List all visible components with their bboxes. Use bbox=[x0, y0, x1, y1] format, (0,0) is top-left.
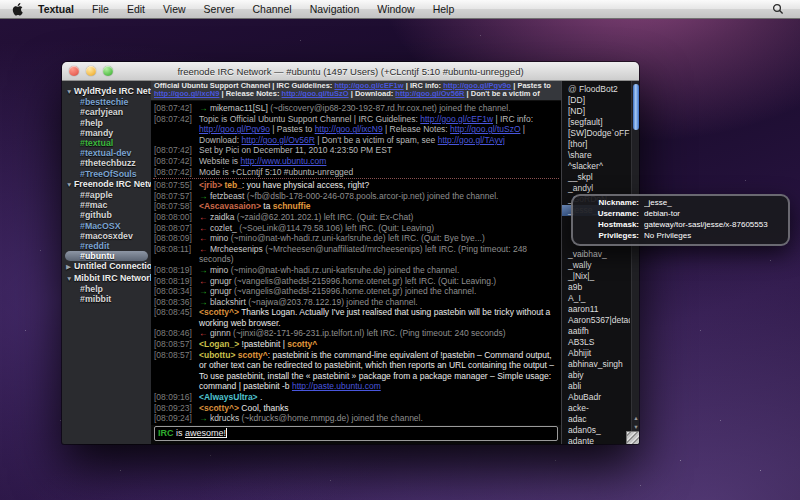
userlist-item[interactable]: abli bbox=[562, 381, 630, 392]
link[interactable]: http://goo.gl/cEF1w bbox=[420, 114, 493, 124]
userlist-item[interactable]: [thor] bbox=[562, 139, 630, 150]
input-bar: IRC is awesome! bbox=[151, 425, 561, 444]
userlist-item[interactable]: _wally bbox=[562, 260, 630, 271]
userlist-item[interactable]: ^slacker^ bbox=[562, 161, 630, 172]
userlist-item[interactable]: abhinav_singh bbox=[562, 359, 630, 370]
link[interactable]: http://goo.gl/tuSzO bbox=[282, 89, 349, 98]
apple-menu-icon[interactable] bbox=[12, 3, 23, 16]
nickname: AB3LS bbox=[568, 337, 594, 347]
sidebar-group-mibbit-irc-network[interactable]: ▼Mibbit IRC Network bbox=[62, 273, 151, 284]
chat-message: [08:08:19]← gnugr (~vangelis@athedsl-215… bbox=[151, 276, 561, 287]
userlist-item[interactable]: acke- bbox=[562, 403, 630, 414]
userlist-item[interactable]: __skpl bbox=[562, 172, 630, 183]
sidebar-channel-MacOSX[interactable]: #MacOSX bbox=[62, 221, 151, 231]
sidebar-channel-github[interactable]: #github bbox=[62, 210, 151, 220]
disclosure-triangle-icon[interactable]: ▼ bbox=[66, 274, 74, 284]
userlist-item[interactable]: [ND] bbox=[562, 106, 630, 117]
sidebar-channel-TreeOfSouls[interactable]: #TreeOfSouls bbox=[62, 169, 151, 179]
userlist-item[interactable]: aatifh bbox=[562, 326, 630, 337]
sidebar-channel-mibbit[interactable]: #mibbit bbox=[62, 294, 151, 304]
link[interactable]: http://goo.gl/TAyvj bbox=[438, 135, 505, 145]
message-body: <Logan_> !pastebinit | scotty^ bbox=[199, 339, 561, 350]
userlist-item[interactable]: Abhijit bbox=[562, 348, 630, 359]
chat-message: [08:09:24]→ kdrucks (~kdrucks@home.mmpg.… bbox=[151, 413, 561, 424]
menu-navigation[interactable]: Navigation bbox=[301, 3, 369, 15]
scrollbar-thumb[interactable] bbox=[633, 84, 639, 130]
sidebar-channel-carlyjean[interactable]: #carlyjean bbox=[62, 107, 151, 117]
text-segment: schnuffie bbox=[273, 201, 311, 211]
sidebar-channel-thetechbuzz[interactable]: #thetechbuzz bbox=[62, 158, 151, 168]
userlist-scrollbar[interactable]: ▲ ▼ bbox=[631, 81, 639, 444]
disclosure-triangle-icon[interactable]: ▼ bbox=[66, 180, 74, 190]
menu-textual[interactable]: Textual bbox=[29, 3, 83, 15]
text-segment: Cool, thanks bbox=[239, 403, 289, 413]
text-segment: (~kdrucks@home.mmpg.de) joined the chann… bbox=[242, 413, 423, 423]
chat-message: [08:09:16]<AlwaysUltra> . bbox=[151, 392, 561, 403]
sidebar-channel-macosxdev[interactable]: #macosxdev bbox=[62, 231, 151, 241]
scrollbar-down-arrow[interactable]: ▼ bbox=[632, 423, 639, 431]
window-title-bar[interactable]: freenode IRC Network — #ubuntu (1497 Use… bbox=[62, 62, 639, 81]
sidebar-group-wyldryde-irc-network[interactable]: ▼WyldRyde IRC Network bbox=[62, 86, 151, 97]
message-input[interactable]: IRC is awesome! bbox=[154, 426, 558, 441]
userlist-item[interactable]: _andyl bbox=[562, 183, 630, 194]
link[interactable]: http://goo.gl/ixcN9 bbox=[315, 124, 383, 134]
userlist-item[interactable]: [DD] bbox=[562, 95, 630, 106]
userlist-item[interactable]: _vaibhav_ bbox=[562, 249, 630, 260]
link[interactable]: http://paste.ubuntu.com bbox=[292, 381, 381, 391]
link[interactable]: http://goo.gl/Pgv9o bbox=[199, 124, 270, 134]
userlist-item[interactable]: A_I_ bbox=[562, 293, 630, 304]
sidebar-channel-help[interactable]: #help bbox=[62, 284, 151, 294]
userlist-item[interactable]: adan0s_ bbox=[562, 425, 630, 436]
sidebar-group-freenode-irc-network[interactable]: ▼Freenode IRC Network bbox=[62, 179, 151, 190]
nickname: adante bbox=[568, 436, 594, 444]
user-list-panel: @ FloodBot2[DD][ND][segfault][SW]Dodge`o… bbox=[561, 81, 639, 444]
menu-view[interactable]: View bbox=[154, 3, 195, 15]
userlist-item[interactable]: adante bbox=[562, 436, 630, 444]
userlist-item[interactable]: _|Nix|_ bbox=[562, 271, 630, 282]
nickname: _wally bbox=[568, 260, 592, 270]
disclosure-triangle-icon[interactable]: ▼ bbox=[66, 87, 74, 97]
spotlight-search-icon[interactable] bbox=[772, 3, 790, 15]
text-segment: <jrib> bbox=[199, 180, 222, 190]
sidebar-channel-reddit[interactable]: #reddit bbox=[62, 241, 151, 251]
userlist-item[interactable]: AbuBadr bbox=[562, 392, 630, 403]
sidebar-channel-mandy[interactable]: #mandy bbox=[62, 128, 151, 138]
menu-file[interactable]: File bbox=[83, 3, 118, 15]
userlist-item[interactable]: @ FloodBot2 bbox=[562, 84, 630, 95]
sidebar-group-label: Freenode IRC Network bbox=[74, 179, 151, 189]
link[interactable]: http://goo.gl/Ov56R bbox=[395, 89, 464, 98]
link[interactable]: http://goo.gl/tuSzO bbox=[450, 124, 520, 134]
chat-message: [08:08:34]→ gnugr (~vangelis@athedsl-215… bbox=[151, 286, 561, 297]
userlist-item[interactable]: adac bbox=[562, 414, 630, 425]
sidebar-channel-apple[interactable]: ##apple bbox=[62, 190, 151, 200]
nickname: _|Nix|_ bbox=[568, 271, 594, 281]
scrollbar-up-arrow[interactable]: ▲ bbox=[632, 414, 639, 422]
sidebar-channel-mac[interactable]: ##mac bbox=[62, 200, 151, 210]
userlist-item[interactable]: aaron11 bbox=[562, 304, 630, 315]
sidebar-channel-besttechie[interactable]: #besttechie bbox=[62, 97, 151, 107]
sidebar-group-untitled-connection[interactable]: ▶Untitled Connection bbox=[62, 261, 151, 272]
sidebar-channel-textual-dev[interactable]: #textual-dev bbox=[62, 148, 151, 158]
userlist-item[interactable]: abiy bbox=[562, 370, 630, 381]
link[interactable]: http://goo.gl/Ov56R bbox=[242, 135, 315, 145]
userlist-item[interactable]: [SW]Dodge`oFF bbox=[562, 128, 630, 139]
userlist-item[interactable]: \share bbox=[562, 150, 630, 161]
userlist-item[interactable]: AB3LS bbox=[562, 337, 630, 348]
menu-channel[interactable]: Channel bbox=[244, 3, 301, 15]
disclosure-triangle-icon[interactable]: ▶ bbox=[66, 262, 74, 272]
text-segment: (~jinxi@82-171-96-231.ip.telfort.nl) lef… bbox=[233, 328, 506, 338]
text-segment: zaidka bbox=[210, 212, 237, 222]
menu-edit[interactable]: Edit bbox=[118, 3, 154, 15]
userlist-item[interactable]: a9b bbox=[562, 282, 630, 293]
link[interactable]: http://www.ubuntu.com bbox=[240, 156, 326, 166]
menu-window[interactable]: Window bbox=[368, 3, 423, 15]
sidebar-channel-textual[interactable]: #textual bbox=[62, 138, 151, 148]
resize-grip[interactable] bbox=[626, 431, 639, 444]
menu-server[interactable]: Server bbox=[195, 3, 244, 15]
menu-help[interactable]: Help bbox=[424, 3, 464, 15]
sidebar-channel-help[interactable]: #help bbox=[62, 118, 151, 128]
userlist-item[interactable]: [segfault] bbox=[562, 117, 630, 128]
sidebar-channel-ubuntu[interactable]: #ubuntu bbox=[65, 251, 148, 261]
chat-messages: [08:07:42]→ mikemac11[SL] (~discovery@ip… bbox=[151, 101, 561, 425]
userlist-item[interactable]: Aaron5367|detach bbox=[562, 315, 630, 326]
